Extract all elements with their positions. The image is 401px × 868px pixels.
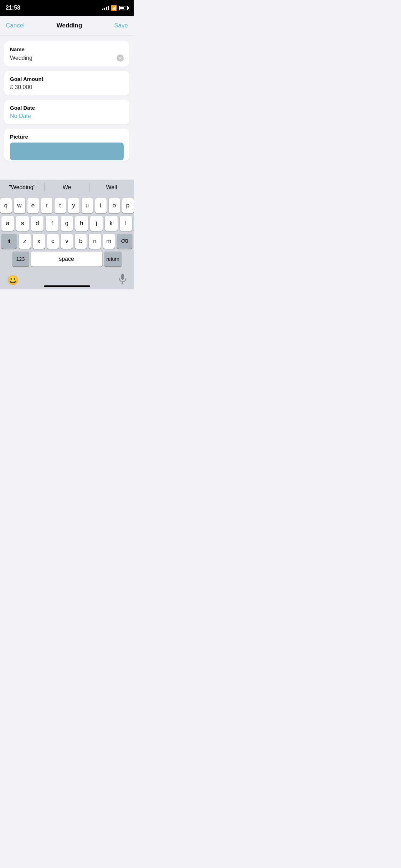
key-u[interactable]: u (82, 198, 93, 213)
goal-date-value: No Date (10, 113, 124, 119)
cancel-button[interactable]: Cancel (6, 22, 25, 29)
suggestion-1[interactable]: We (45, 184, 89, 191)
name-input-row: ✕ (10, 55, 124, 62)
nav-title: Wedding (57, 22, 82, 29)
key-s[interactable]: s (16, 216, 29, 231)
keyboard-row-2: a s d f g h j k l (1, 216, 132, 231)
key-m[interactable]: m (103, 234, 115, 249)
key-e[interactable]: e (27, 198, 39, 213)
wifi-icon: 📶 (111, 5, 117, 11)
delete-key[interactable]: ⌫ (117, 234, 132, 249)
signal-bars-icon (102, 6, 109, 10)
svg-rect-0 (121, 274, 124, 280)
key-l[interactable]: l (120, 216, 132, 231)
goal-date-label: Goal Date (10, 105, 124, 111)
emoji-icon[interactable]: 😀 (7, 275, 19, 286)
key-p[interactable]: p (122, 198, 134, 213)
shift-key[interactable]: ⬆ (1, 234, 17, 249)
status-bar: 21:58 📶 (0, 0, 134, 16)
key-i[interactable]: i (95, 198, 107, 213)
home-indicator (44, 285, 90, 287)
picture-card[interactable]: Picture (4, 129, 129, 161)
key-g[interactable]: g (61, 216, 73, 231)
suggestions-bar: "Wedding" We Well (0, 180, 134, 195)
key-h[interactable]: h (75, 216, 88, 231)
goal-amount-card[interactable]: Goal Amount £ 30,000 (4, 71, 129, 95)
name-input[interactable] (10, 55, 117, 61)
name-card: Name ✕ (4, 41, 129, 67)
numbers-key[interactable]: 123 (12, 252, 29, 267)
keyboard-row-4: 123 space return (1, 252, 132, 267)
key-o[interactable]: o (109, 198, 120, 213)
key-n[interactable]: n (89, 234, 101, 249)
return-key[interactable]: return (104, 252, 122, 267)
suggestion-0[interactable]: "Wedding" (0, 184, 44, 191)
keyboard-row-1: q w e r t y u i o p (1, 198, 132, 213)
name-label: Name (10, 46, 124, 52)
mic-icon[interactable] (119, 274, 127, 286)
keyboard: q w e r t y u i o p a s d f g h j k l ⬆ … (0, 195, 134, 271)
key-j[interactable]: j (90, 216, 103, 231)
picture-label: Picture (10, 134, 124, 140)
goal-amount-label: Goal Amount (10, 76, 124, 82)
key-y[interactable]: y (68, 198, 79, 213)
key-q[interactable]: q (0, 198, 12, 213)
keyboard-area: "Wedding" We Well q w e r t y u i o p a … (0, 180, 134, 289)
key-t[interactable]: t (55, 198, 66, 213)
battery-icon (119, 6, 128, 10)
key-d[interactable]: d (31, 216, 43, 231)
key-w[interactable]: w (14, 198, 25, 213)
key-v[interactable]: v (61, 234, 73, 249)
clear-name-button[interactable]: ✕ (117, 55, 124, 62)
key-z[interactable]: z (19, 234, 31, 249)
space-key[interactable]: space (31, 252, 102, 267)
nav-bar: Cancel Wedding Save (0, 16, 134, 36)
key-r[interactable]: r (41, 198, 52, 213)
keyboard-row-3: ⬆ z x c v b n m ⌫ (1, 234, 132, 249)
key-x[interactable]: x (33, 234, 45, 249)
key-k[interactable]: k (105, 216, 117, 231)
picture-preview (10, 143, 124, 160)
status-icons: 📶 (102, 5, 128, 11)
save-button[interactable]: Save (114, 22, 128, 29)
key-f[interactable]: f (46, 216, 58, 231)
status-time: 21:58 (6, 5, 20, 11)
suggestion-2[interactable]: Well (89, 184, 134, 191)
key-c[interactable]: c (47, 234, 59, 249)
key-a[interactable]: a (1, 216, 14, 231)
key-b[interactable]: b (75, 234, 87, 249)
goal-date-card[interactable]: Goal Date No Date (4, 100, 129, 124)
goal-amount-value: £ 30,000 (10, 84, 124, 91)
form-content: Name ✕ Goal Amount £ 30,000 Goal Date No… (0, 36, 134, 166)
